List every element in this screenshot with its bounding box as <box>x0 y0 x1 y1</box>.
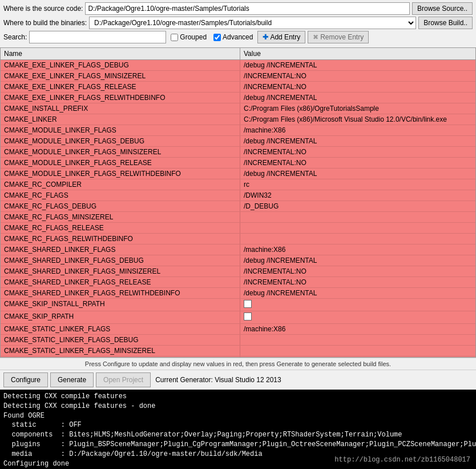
table-row[interactable]: CMAKE_MODULE_LINKER_FLAGS_DEBUG/debug /I… <box>1 136 475 147</box>
row-name: CMAKE_RC_COMPILER <box>1 179 240 190</box>
row-value: /INCREMENTAL:NO <box>240 158 475 168</box>
table-row[interactable]: CMAKE_EXE_LINKER_FLAGS_RELEASE/INCREMENT… <box>1 82 475 93</box>
row-name: CMAKE_RC_FLAGS_DEBUG <box>1 201 240 211</box>
table-row[interactable]: CMAKE_MODULE_LINKER_FLAGS_MINSIZEREL/INC… <box>1 147 475 158</box>
table-row[interactable]: CMAKE_EXE_LINKER_FLAGS_RELWITHDEBINFO/de… <box>1 93 475 103</box>
row-checkbox[interactable] <box>244 312 252 320</box>
row-name: CMAKE_LINKER <box>1 114 240 125</box>
table-row[interactable]: CMAKE_STATIC_LINKER_FLAGS_MINSIZEREL <box>1 346 475 356</box>
grouped-checkbox-label[interactable]: Grouped <box>171 33 207 41</box>
table-row[interactable]: CMAKE_RC_FLAGS_RELWITHDEBINFO <box>1 234 475 244</box>
log-line: Found OGRE <box>3 411 473 421</box>
table-row[interactable]: CMAKE_RC_COMPILERrc <box>1 179 475 190</box>
open-project-button[interactable]: Open Project <box>96 372 151 387</box>
row-value: rc <box>240 179 475 190</box>
table-row[interactable]: CMAKE_STATIC_LINKER_FLAGS/machine:X86 <box>1 324 475 335</box>
status-bar: Press Configure to update and display ne… <box>0 358 476 370</box>
table-row[interactable]: CMAKE_SHARED_LINKER_FLAGS_DEBUG/debug /I… <box>1 255 475 266</box>
remove-entry-label: Remove Entry <box>320 33 364 41</box>
row-name: CMAKE_RC_FLAGS_RELEASE <box>1 223 240 233</box>
browse-source-button[interactable]: Browse Source.. <box>412 2 473 15</box>
row-name: CMAKE_EXE_LINKER_FLAGS_DEBUG <box>1 60 240 70</box>
table-row[interactable]: CMAKE_RC_FLAGS_RELEASE <box>1 223 475 234</box>
row-name: CMAKE_SHARED_LINKER_FLAGS_MINSIZEREL <box>1 266 240 276</box>
source-input[interactable] <box>85 2 410 15</box>
remove-entry-button[interactable]: ✖ Remove Entry <box>308 31 369 43</box>
build-select[interactable]: D:/Package/Ogre1.10/ogre-master/Samples/… <box>89 17 416 29</box>
name-column-header: Name <box>1 48 240 59</box>
row-value: /INCREMENTAL:NO <box>240 82 475 92</box>
row-value <box>240 223 475 233</box>
row-value: C:/Program Files (x86)/OgreTutorialsSamp… <box>240 103 475 114</box>
row-value: /debug /INCREMENTAL <box>240 93 475 103</box>
row-name: CMAKE_INSTALL_PREFIX <box>1 103 240 114</box>
table-row[interactable]: CMAKE_SKIP_RPATH <box>1 311 475 324</box>
row-value: /machine:X86 <box>240 324 475 334</box>
advanced-checkbox[interactable] <box>213 34 221 41</box>
grouped-label: Grouped <box>180 33 207 41</box>
row-name: CMAKE_SHARED_LINKER_FLAGS_DEBUG <box>1 255 240 266</box>
table-row[interactable]: CMAKE_RC_FLAGS/DWIN32 <box>1 190 475 201</box>
row-checkbox[interactable] <box>244 300 252 308</box>
row-name: CMAKE_MODULE_LINKER_FLAGS_DEBUG <box>1 136 240 146</box>
row-value: /debug /INCREMENTAL <box>240 60 475 70</box>
log-line: plugins : Plugin_BSPSceneManager;Plugin_… <box>3 440 473 450</box>
table-row[interactable]: CMAKE_MODULE_LINKER_FLAGS_RELWITHDEBINFO… <box>1 169 475 179</box>
row-name: CMAKE_MODULE_LINKER_FLAGS_RELWITHDEBINFO <box>1 169 240 179</box>
row-name: CMAKE_SKIP_RPATH <box>1 311 240 323</box>
row-name: CMAKE_STATIC_LINKER_FLAGS <box>1 324 240 334</box>
row-value: /debug /INCREMENTAL <box>240 136 475 146</box>
advanced-checkbox-label[interactable]: Advanced <box>213 33 253 41</box>
table-header: Name Value <box>1 48 475 60</box>
table-row[interactable]: CMAKE_INSTALL_PREFIXC:/Program Files (x8… <box>1 103 475 114</box>
row-name: CMAKE_STATIC_LINKER_FLAGS_DEBUG <box>1 335 240 345</box>
search-input[interactable] <box>29 31 166 43</box>
table-row[interactable]: CMAKE_EXE_LINKER_FLAGS_MINSIZEREL/INCREM… <box>1 71 475 82</box>
row-value: /machine:X86 <box>240 244 475 255</box>
table-body: CMAKE_EXE_LINKER_FLAGS_DEBUG/debug /INCR… <box>1 60 475 357</box>
table-row[interactable]: CMAKE_MODULE_LINKER_FLAGS/machine:X86 <box>1 125 475 136</box>
row-value: /INCREMENTAL:NO <box>240 71 475 81</box>
table-row[interactable]: CMAKE_SHARED_LINKER_FLAGS/machine:X86 <box>1 244 475 255</box>
row-value: /debug /INCREMENTAL <box>240 255 475 266</box>
row-value: /D_DEBUG <box>240 201 475 211</box>
row-name: CMAKE_RC_FLAGS_RELWITHDEBINFO <box>1 234 240 244</box>
row-name: CMAKE_MODULE_LINKER_FLAGS_RELEASE <box>1 158 240 168</box>
table-row[interactable]: CMAKE_STATIC_LINKER_FLAGS_DEBUG <box>1 335 475 346</box>
grouped-checkbox[interactable] <box>171 34 178 41</box>
row-value: /INCREMENTAL:NO <box>240 147 475 157</box>
log-line: Detecting CXX compile features <box>3 392 473 402</box>
table-row[interactable]: CMAKE_SHARED_LINKER_FLAGS_MINSIZEREL/INC… <box>1 266 475 277</box>
table-row[interactable]: CMAKE_EXE_LINKER_FLAGS_DEBUG/debug /INCR… <box>1 60 475 71</box>
log-line: Detecting CXX compile features - done <box>3 402 473 411</box>
table-row[interactable]: CMAKE_LINKERC:/Program Files (x86)/Micro… <box>1 114 475 125</box>
table-row[interactable]: CMAKE_SHARED_LINKER_FLAGS_RELWITHDEBINFO… <box>1 288 475 299</box>
plus-icon: ✚ <box>263 33 268 41</box>
table-row[interactable]: CMAKE_RC_FLAGS_DEBUG/D_DEBUG <box>1 201 475 212</box>
search-label: Search: <box>3 33 27 41</box>
row-name: CMAKE_EXE_LINKER_FLAGS_RELWITHDEBINFO <box>1 93 240 103</box>
value-column-header: Value <box>240 48 475 59</box>
row-value <box>240 234 475 244</box>
row-value <box>240 335 475 345</box>
table-row[interactable]: CMAKE_SHARED_LINKER_FLAGS_RELEASE/INCREM… <box>1 277 475 288</box>
advanced-label: Advanced <box>223 33 253 41</box>
source-label: Where is the source code: <box>3 5 83 13</box>
configure-button[interactable]: Configure <box>3 372 48 387</box>
add-entry-button[interactable]: ✚ Add Entry <box>257 31 305 43</box>
log-container: Detecting CXX compile featuresDetecting … <box>0 390 476 469</box>
row-value: /INCREMENTAL:NO <box>240 266 475 276</box>
row-name: CMAKE_SHARED_LINKER_FLAGS_RELWITHDEBINFO <box>1 288 240 298</box>
row-value: /debug /INCREMENTAL <box>240 169 475 179</box>
row-name: CMAKE_SKIP_INSTALL_RPATH <box>1 299 240 311</box>
row-value <box>240 311 475 323</box>
table-row[interactable]: CMAKE_STATIC_LINKER_FLAGS_RELEASE <box>1 356 475 357</box>
watermark: http://blog.csdn.net/zb1165048017 <box>334 456 470 464</box>
browse-build-button[interactable]: Browse Build.. <box>418 17 473 29</box>
table-row[interactable]: CMAKE_RC_FLAGS_MINSIZEREL <box>1 212 475 223</box>
row-name: CMAKE_EXE_LINKER_FLAGS_RELEASE <box>1 82 240 92</box>
row-value: /INCREMENTAL:NO <box>240 277 475 287</box>
table-row[interactable]: CMAKE_MODULE_LINKER_FLAGS_RELEASE/INCREM… <box>1 158 475 169</box>
table-row[interactable]: CMAKE_SKIP_INSTALL_RPATH <box>1 299 475 311</box>
generate-button[interactable]: Generate <box>50 372 94 387</box>
